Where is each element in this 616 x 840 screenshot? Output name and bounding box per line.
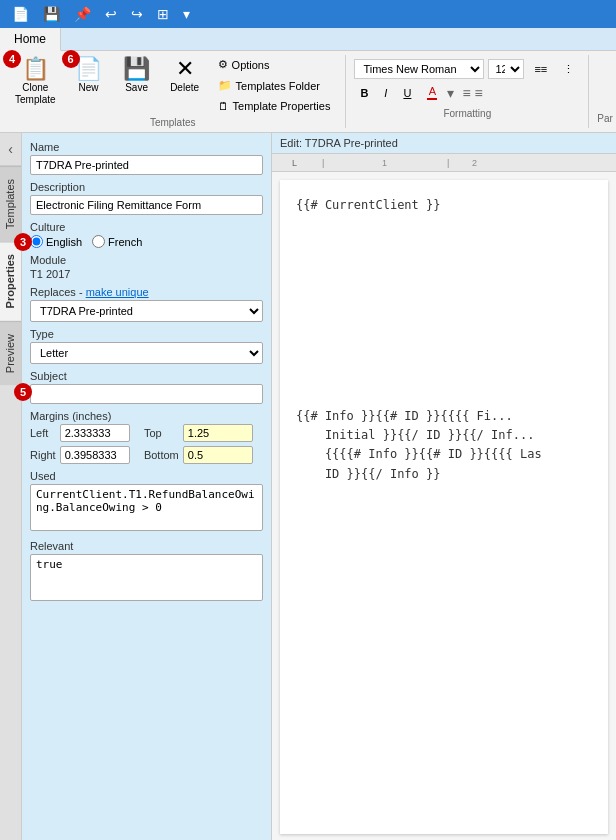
delete-label: Delete <box>170 82 199 93</box>
make-unique-link[interactable]: make unique <box>86 286 149 298</box>
templates-group-items: 4 📋 CloneTemplate 6 📄 New 💾 Save ✕ <box>8 55 337 115</box>
editor-content-line11 <box>296 388 592 407</box>
align-left-button[interactable]: ≡ <box>475 85 483 101</box>
editor-canvas[interactable]: {{# CurrentClient }} {{# Info }}{{# ID }… <box>280 180 608 834</box>
tab-home[interactable]: Home <box>0 28 61 51</box>
left-margin-input[interactable] <box>60 424 130 442</box>
dropdown-icon[interactable]: ▾ <box>179 4 194 24</box>
editor-content-line3 <box>296 234 592 253</box>
editor-content-bottom1: {{# Info }}{{# ID }}{{{{ Fi... <box>296 407 592 426</box>
properties-panel: Name Description Culture English French <box>22 133 272 840</box>
right-margin-input[interactable] <box>60 446 130 464</box>
culture-french-option[interactable]: French <box>92 235 142 248</box>
name-input[interactable] <box>30 155 263 175</box>
margins-field-group: Margins (inches) Left Top Right Bottom <box>30 410 263 464</box>
top-margin-label: Top <box>144 427 179 439</box>
ribbon: Home 4 📋 CloneTemplate 6 📄 New � <box>0 28 616 133</box>
name-label: Name <box>30 141 263 153</box>
description-label: Description <box>30 181 263 193</box>
formatting-row-1: Times New Roman 12 ≡≡ ⋮ <box>354 59 580 79</box>
bold-button[interactable]: B <box>354 85 374 101</box>
bottom-margin-label: Bottom <box>144 449 179 461</box>
subject-input[interactable] <box>30 384 263 404</box>
editor-content-line6 <box>296 292 592 311</box>
options-button[interactable]: ⚙ Options <box>211 55 338 74</box>
collapse-button[interactable]: ‹ <box>0 133 21 166</box>
app-icon[interactable]: 📄 <box>8 4 33 24</box>
culture-french-label: French <box>108 236 142 248</box>
editor-content-bottom2: Initial }}{{/ ID }}{{/ Inf... <box>296 426 592 445</box>
format-dropdown-icon[interactable]: ▾ <box>447 85 454 101</box>
save-icon: 💾 <box>123 58 150 80</box>
align-center-button[interactable]: ≡ <box>462 85 470 101</box>
badge-5: 5 <box>14 383 32 401</box>
type-field-group: Type Letter Invoice Statement <box>30 328 263 364</box>
customize-icon[interactable]: ⊞ <box>153 4 173 24</box>
font-name-select[interactable]: Times New Roman <box>354 59 484 79</box>
save-label: Save <box>125 82 148 93</box>
editor-content-line10 <box>296 369 592 388</box>
redo-icon[interactable]: ↪ <box>127 4 147 24</box>
top-margin-input[interactable] <box>183 424 253 442</box>
clone-badge: 4 <box>3 50 21 68</box>
clone-template-button[interactable]: 4 📋 CloneTemplate <box>8 55 63 109</box>
save-titlebar-icon[interactable]: 💾 <box>39 4 64 24</box>
sidebar-item-templates[interactable]: Templates <box>0 166 21 241</box>
underline-button[interactable]: U <box>397 85 417 101</box>
sidebar-item-preview[interactable]: Preview <box>0 321 21 385</box>
editor-content-line5 <box>296 273 592 292</box>
used-textarea[interactable]: CurrentClient.T1.RefundBalanceOwing.Bala… <box>30 484 263 531</box>
culture-french-radio[interactable] <box>92 235 105 248</box>
template-properties-button[interactable]: 🗒 Template Properties <box>211 97 338 115</box>
ruler-mark-l: L <box>292 158 297 168</box>
replaces-select[interactable]: T7DRA Pre-printed <box>30 300 263 322</box>
templates-group: 4 📋 CloneTemplate 6 📄 New 💾 Save ✕ <box>0 55 346 128</box>
italic-button[interactable]: I <box>378 85 393 101</box>
culture-label: Culture <box>30 221 263 233</box>
pin-icon[interactable]: 📌 <box>70 4 95 24</box>
culture-english-option[interactable]: English <box>30 235 82 248</box>
delete-button[interactable]: ✕ Delete <box>163 55 207 96</box>
margins-label: Margins (inches) <box>30 410 263 422</box>
font-size-select[interactable]: 12 <box>488 59 524 79</box>
sidebar-item-properties[interactable]: Properties <box>0 241 21 320</box>
editor-content-bottom3: {{{{# Info }}{{# ID }}{{{{ Las <box>296 445 592 464</box>
type-select[interactable]: Letter Invoice Statement <box>30 342 263 364</box>
culture-english-label: English <box>46 236 82 248</box>
editor-header: Edit: T7DRA Pre-printed <box>272 133 616 154</box>
editor-area: Edit: T7DRA Pre-printed L | 1 | 2 {{# Cu… <box>272 133 616 840</box>
grid-view-button[interactable]: ≡≡ <box>528 61 553 77</box>
margins-grid: Left Top Right Bottom <box>30 424 263 464</box>
subject-field-group: Subject <box>30 370 263 404</box>
used-field-group: Used CurrentClient.T1.RefundBalanceOwing… <box>30 470 263 534</box>
templates-group-label: Templates <box>150 117 196 128</box>
used-label: Used <box>30 470 263 482</box>
formatting-row-2: B I U A ▾ ≡ ≡ <box>354 83 580 102</box>
replaces-label: Replaces - make unique <box>30 286 263 298</box>
folder-icon: 📁 <box>218 79 232 92</box>
title-bar: 📄 💾 📌 ↩ ↪ ⊞ ▾ <box>0 0 616 28</box>
undo-icon[interactable]: ↩ <box>101 4 121 24</box>
align-right-button[interactable]: ⋮ <box>557 61 580 78</box>
templates-folder-button[interactable]: 📁 Templates Folder <box>211 76 338 95</box>
formatting-group: Times New Roman 12 ≡≡ ⋮ B I U A ▾ ≡ ≡ Fo… <box>346 55 589 128</box>
editor-content-line2 <box>296 215 592 234</box>
font-color-button[interactable]: A <box>421 83 443 102</box>
editor-content-line8 <box>296 330 592 349</box>
relevant-textarea[interactable]: true <box>30 554 263 601</box>
description-input[interactable] <box>30 195 263 215</box>
new-button[interactable]: 6 📄 New <box>67 55 111 96</box>
new-badge: 6 <box>62 50 80 68</box>
module-label: Module <box>30 254 263 266</box>
bottom-margin-input[interactable] <box>183 446 253 464</box>
relevant-label: Relevant <box>30 540 263 552</box>
save-button[interactable]: 💾 Save <box>115 55 159 96</box>
ribbon-body: 4 📋 CloneTemplate 6 📄 New 💾 Save ✕ <box>0 51 616 132</box>
formatting-group-label: Formatting <box>354 108 580 119</box>
type-label: Type <box>30 328 263 340</box>
replaces-field-group: Replaces - make unique T7DRA Pre-printed <box>30 286 263 322</box>
module-value: T1 2017 <box>30 268 263 280</box>
left-margin-label: Left <box>30 427 56 439</box>
editor-content-line7 <box>296 311 592 330</box>
options-label: Options <box>232 59 270 71</box>
